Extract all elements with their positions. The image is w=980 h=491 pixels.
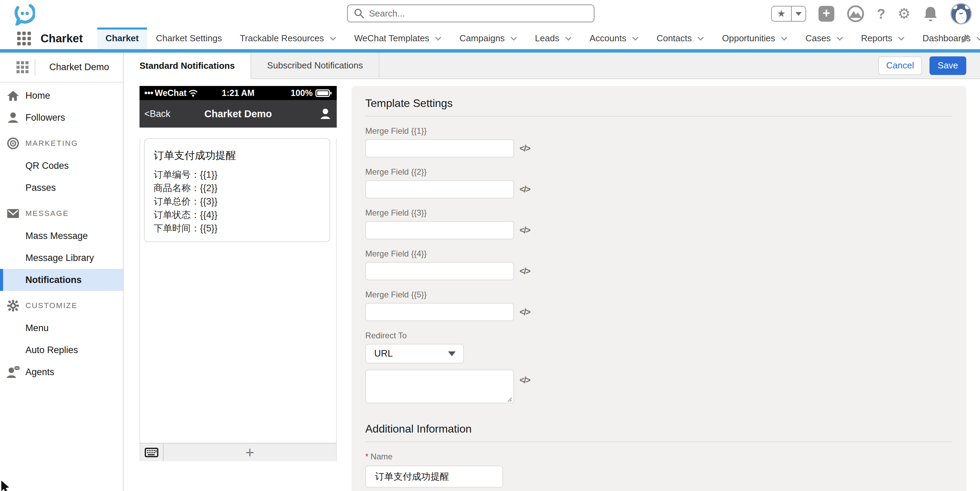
- nav-tab-leads[interactable]: Leads: [526, 27, 581, 49]
- global-actions-button[interactable]: +: [818, 6, 834, 22]
- add-attachment-button[interactable]: +: [164, 443, 336, 461]
- sidebar-header: Charket Demo: [0, 53, 123, 83]
- search-input[interactable]: [369, 8, 588, 19]
- sidebar-item-agents[interactable]: Agents: [0, 361, 123, 383]
- message-line: 商品名称：{{2}}: [145, 182, 329, 195]
- home-icon: [6, 90, 20, 101]
- favorites-star-icon[interactable]: ★: [772, 6, 791, 21]
- merge-field-5-input[interactable]: [365, 303, 514, 321]
- required-asterisk: *: [365, 452, 368, 461]
- redirect-value-field: </>: [365, 370, 953, 405]
- app-name: Charket: [41, 32, 83, 45]
- person-icon: [6, 112, 20, 123]
- notifications-bell-icon[interactable]: [923, 5, 938, 22]
- redirect-value-textarea[interactable]: [365, 370, 514, 403]
- save-button[interactable]: Save: [929, 56, 966, 75]
- phone-message-area: 订单支付成功提醒 订单编号：{{1}} 商品名称：{{2}} 订单总价：{{3}…: [140, 138, 337, 443]
- nav-tab-campaigns[interactable]: Campaigns: [450, 27, 526, 49]
- message-title: 订单支付成功提醒: [145, 139, 329, 168]
- help-button[interactable]: ?: [877, 6, 885, 22]
- wechat-phone-preview: ••• WeChat 1:21 AM 100% <Back Charket De…: [140, 86, 337, 450]
- nav-tab-cases[interactable]: Cases: [797, 27, 852, 49]
- grid-icon[interactable]: [16, 61, 29, 73]
- trailhead-icon[interactable]: [847, 5, 865, 23]
- merge-field-2: Merge Field {{2}} </>: [365, 167, 953, 198]
- envelope-icon: [6, 209, 20, 218]
- resize-handle-icon[interactable]: [506, 397, 512, 402]
- tab-standard-notifications[interactable]: Standard Notifications: [124, 53, 251, 79]
- code-merge-icon[interactable]: </>: [520, 375, 530, 405]
- merge-field-1-input[interactable]: [365, 139, 514, 158]
- nav-tab-wechat-templates[interactable]: WeChat Templates: [345, 27, 451, 49]
- edit-navigation-pencil-icon[interactable]: [959, 33, 971, 45]
- sidebar-item-auto-replies[interactable]: Auto Replies: [0, 339, 123, 361]
- favorites-dropdown-button[interactable]: [791, 6, 805, 22]
- nav-tab-accounts[interactable]: Accounts: [581, 27, 648, 49]
- merge-field-4-input[interactable]: [365, 262, 514, 280]
- app-launcher-icon[interactable]: [17, 32, 31, 45]
- sidebar-item-qr-codes[interactable]: QR Codes: [0, 155, 123, 177]
- merge-field-2-input[interactable]: [365, 180, 514, 198]
- phone-nav-bar: <Back Charket Demo: [140, 100, 337, 128]
- notification-tab-strip: Standard Notifications Subscribed Notifi…: [124, 53, 980, 79]
- code-merge-icon[interactable]: </>: [520, 143, 530, 153]
- battery-percent: 100%: [291, 88, 313, 98]
- chevron-down-icon: [435, 37, 442, 41]
- chevron-down-icon: [795, 12, 802, 16]
- global-search: [347, 5, 595, 22]
- dropdown-triangle-icon: [448, 351, 456, 356]
- code-merge-icon[interactable]: </>: [520, 225, 530, 235]
- search-icon: [354, 8, 364, 19]
- nav-tab-charket-settings[interactable]: Charket Settings: [147, 27, 231, 49]
- nav-tab-charket[interactable]: Charket: [97, 27, 147, 49]
- nav-tab-contacts[interactable]: Contacts: [648, 27, 713, 49]
- sidebar-item-passes[interactable]: Passes: [0, 177, 123, 199]
- redirect-to-select[interactable]: URL: [365, 344, 464, 363]
- chevron-down-icon: [781, 37, 788, 41]
- sidebar-item-message-library[interactable]: Message Library: [0, 247, 123, 269]
- code-merge-icon[interactable]: </>: [520, 307, 530, 317]
- gear-icon: [6, 299, 20, 312]
- code-merge-icon[interactable]: </>: [520, 266, 530, 276]
- sidebar-item-followers[interactable]: Followers: [0, 107, 123, 129]
- section-title-additional-information: Additional Information: [365, 422, 953, 435]
- nav-tab-trackable-resources[interactable]: Trackable Resources: [231, 27, 345, 49]
- chevron-down-icon: [898, 37, 905, 41]
- contact-person-icon[interactable]: [320, 108, 331, 119]
- tab-subscribed-notifications[interactable]: Subscribed Notifications: [251, 53, 379, 78]
- sidebar-item-menu[interactable]: Menu: [0, 317, 123, 339]
- setup-gear-icon[interactable]: ⚙: [897, 6, 911, 22]
- mouse-cursor: [1, 480, 11, 491]
- phone-status-bar: ••• WeChat 1:21 AM 100%: [140, 86, 337, 100]
- sidebar-item-home[interactable]: Home: [0, 84, 123, 107]
- name-input[interactable]: [365, 465, 503, 488]
- target-icon: [6, 137, 20, 150]
- message-line: 订单编号：{{1}}: [145, 168, 329, 182]
- charket-logo-icon[interactable]: [13, 3, 35, 26]
- clock-label: 1:21 AM: [207, 88, 269, 98]
- merge-field-3-input[interactable]: [365, 221, 514, 239]
- user-avatar[interactable]: [950, 3, 972, 24]
- keyboard-toggle[interactable]: [140, 443, 164, 461]
- carrier-label: WeChat: [154, 88, 186, 98]
- merge-field-4: Merge Field {{4}} </>: [365, 249, 953, 280]
- code-merge-icon[interactable]: </>: [520, 184, 530, 194]
- name-field-label: *Name: [365, 452, 953, 461]
- sidebar: Charket Demo Home Followers MARKETING QR…: [0, 53, 124, 491]
- nav-tab-reports[interactable]: Reports: [852, 27, 914, 49]
- sidebar-title: Charket Demo: [35, 62, 123, 73]
- sidebar-section-customize: CUSTOMIZE: [0, 294, 123, 317]
- chevron-down-icon: [565, 37, 572, 41]
- favorites-control: ★: [771, 6, 806, 22]
- message-line: 下单时间：{{5}}: [145, 222, 329, 235]
- chevron-down-icon: [510, 37, 517, 41]
- chevron-down-icon: [697, 37, 704, 41]
- nav-tab-opportunities[interactable]: Opportunities: [713, 27, 797, 49]
- sidebar-item-mass-message[interactable]: Mass Message: [0, 225, 123, 247]
- phone-input-toolbar: +: [140, 443, 337, 461]
- cancel-button[interactable]: Cancel: [878, 56, 922, 75]
- sidebar-item-notifications[interactable]: Notifications: [0, 269, 123, 291]
- sidebar-section-message: MESSAGE: [0, 202, 123, 225]
- notification-message-card[interactable]: 订单支付成功提醒 订单编号：{{1}} 商品名称：{{2}} 订单总价：{{3}…: [144, 138, 330, 242]
- signal-dots: •••: [144, 88, 153, 98]
